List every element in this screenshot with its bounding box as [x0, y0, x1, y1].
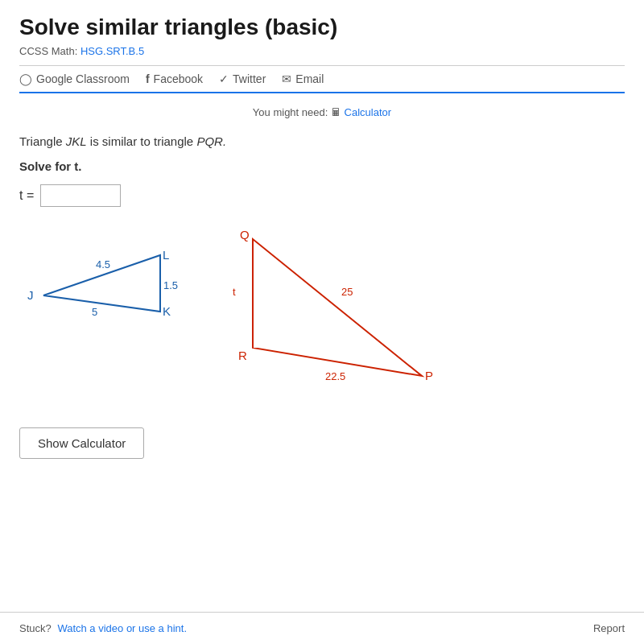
footer-bar: Stuck? Watch a video or use a hint. Repo…	[0, 612, 644, 644]
side-hyp-label: 25	[341, 286, 353, 298]
ccss-label: CCSS Math:	[19, 45, 77, 57]
google-classroom-icon: ◯	[19, 72, 32, 85]
blue-triangle-svg: J L K 4.5 1.5 5	[19, 223, 196, 352]
calculator-link[interactable]: Calculator	[345, 106, 392, 118]
share-twitter[interactable]: ✓ Twitter	[219, 72, 266, 85]
share-google-classroom[interactable]: ◯ Google Classroom	[19, 72, 130, 85]
t-equals-label: t =	[19, 188, 34, 203]
share-email[interactable]: ✉ Email	[282, 72, 324, 85]
page-title: Solve similar triangles (basic)	[19, 14, 625, 40]
calculator-icon: 🖩	[331, 106, 345, 118]
triangle-pqr: PQR.	[196, 134, 226, 148]
show-calculator-button[interactable]: Show Calculator	[19, 427, 144, 459]
t-input[interactable]	[40, 184, 121, 207]
stuck-text: Stuck?	[19, 622, 52, 634]
label-r: R	[238, 349, 247, 362]
content-area: You might need: 🖩 Calculator Triangle JK…	[0, 93, 644, 488]
svg-marker-1	[253, 239, 422, 376]
label-q: Q	[240, 228, 250, 242]
email-label: Email	[295, 72, 324, 85]
twitter-icon: ✓	[219, 72, 229, 85]
video-hint-link[interactable]: Watch a video or use a hint.	[57, 622, 187, 634]
email-icon: ✉	[282, 72, 291, 85]
side-bottom-label: 5	[92, 306, 97, 318]
side-t-label: t	[233, 286, 236, 298]
footer-left: Stuck? Watch a video or use a hint.	[19, 622, 187, 634]
diagrams: J L K 4.5 1.5 5 Q R P	[19, 223, 625, 403]
label-k: K	[163, 304, 171, 318]
ccss-link[interactable]: HSG.SRT.B.5	[80, 45, 144, 57]
you-might-need: You might need: 🖩 Calculator	[19, 106, 625, 118]
triangle-jkl: JKL	[66, 134, 87, 148]
page: Solve similar triangles (basic) CCSS Mat…	[0, 0, 644, 644]
red-triangle-svg: Q R P t 25 22.5	[229, 223, 446, 400]
label-j: J	[27, 288, 34, 302]
side-right-label: 1.5	[163, 279, 178, 291]
you-might-need-text: You might need:	[253, 106, 328, 118]
google-classroom-label: Google Classroom	[36, 72, 130, 85]
label-l: L	[163, 248, 169, 262]
solve-label: Solve for t.	[19, 159, 82, 173]
t-input-row: t =	[19, 184, 625, 207]
side-top-label: 4.5	[96, 258, 110, 270]
share-facebook[interactable]: f Facebook	[146, 72, 203, 85]
side-bottom-label: 22.5	[325, 370, 345, 382]
facebook-icon: f	[146, 72, 150, 85]
report-link[interactable]: Report	[593, 622, 625, 634]
share-bar: ◯ Google Classroom f Facebook ✓ Twitter …	[19, 65, 625, 93]
red-triangle: Q R P t 25 22.5	[229, 223, 446, 403]
twitter-label: Twitter	[233, 72, 266, 85]
label-p: P	[425, 369, 433, 382]
facebook-label: Facebook	[154, 72, 203, 85]
blue-triangle: J L K 4.5 1.5 5	[19, 223, 196, 355]
ccss-line: CCSS Math: HSG.SRT.B.5	[19, 45, 625, 57]
header: Solve similar triangles (basic) CCSS Mat…	[0, 0, 644, 93]
solve-for: Solve for t.	[19, 159, 625, 173]
problem-text: Triangle JKL is similar to triangle PQR.	[19, 134, 625, 148]
show-calculator-container: Show Calculator	[19, 427, 625, 475]
